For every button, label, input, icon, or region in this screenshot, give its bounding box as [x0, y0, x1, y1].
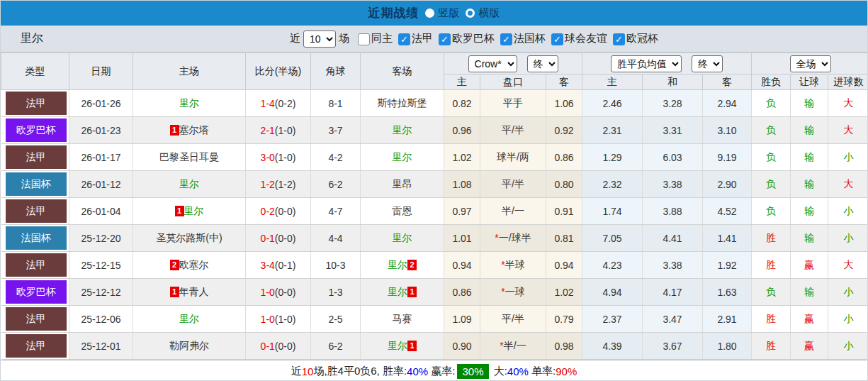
layout-radio-horizontal[interactable]: 横版	[466, 6, 500, 20]
odds-home-cell: 0.96	[444, 117, 480, 144]
competition-checkbox-label[interactable]: 欧罗巴杯	[452, 32, 495, 44]
odds-home-cell: 0.86	[444, 279, 480, 306]
avg-away-cell: 4.52	[703, 198, 752, 225]
odds-away-cell: 1.06	[546, 90, 582, 117]
handicap-result-cell: 输	[791, 144, 828, 171]
odds-away-cell: 0.98	[546, 333, 582, 360]
competition-type-badge: 法甲	[6, 307, 67, 331]
avg-away-cell: 1.80	[703, 333, 752, 360]
competition-checkbox-label[interactable]: 欧冠杯	[626, 32, 658, 44]
away-team-name: 里尔	[388, 286, 407, 297]
summary-segment: 单率:	[529, 365, 556, 378]
fulltime-score: 0-1	[261, 341, 275, 352]
winloss-result-cell: 负	[752, 144, 791, 171]
layout-radio-vertical[interactable]: 竖版	[425, 6, 460, 20]
corner-cell: 8-1	[311, 90, 361, 117]
card-count-badge: 1	[170, 287, 179, 297]
corner-cell: 4-2	[311, 144, 361, 171]
competition-type-badge: 法甲	[6, 145, 67, 169]
winloss-result-cell: 胜	[752, 333, 791, 360]
avg-draw-cell: 4.17	[643, 279, 703, 306]
match-row: 法甲25-12-152欧塞尔3-4(0-1)10-3里尔20.94*半球0.94…	[1, 252, 868, 279]
match-row: 欧罗巴杯25-12-121年青人1-0(0-0)1-3里尔10.86*一球1.0…	[1, 279, 868, 306]
team-name: 里尔	[21, 31, 43, 46]
checkbox-checked-icon[interactable]: ✓	[500, 33, 512, 45]
card-count-badge: 1	[175, 206, 184, 216]
odds-home-cell: 0.82	[444, 90, 480, 117]
handicap-star: *	[500, 340, 503, 351]
odds-home-cell: 0.97	[444, 198, 480, 225]
odds-period-select[interactable]: 终	[527, 55, 558, 72]
competition-type-badge: 法国杯	[6, 172, 67, 196]
avg-away-cell: 2.94	[703, 90, 752, 117]
competition-checkbox-label[interactable]: 法国杯	[514, 32, 546, 44]
odds-away-cell: 0.86	[546, 144, 582, 171]
table-header: 类型 日期 主场 比分(半场) 角球 客场 Crow* 终 胜平负均值 终	[1, 53, 868, 90]
avg-away-cell: 2.90	[703, 171, 752, 198]
away-team-name: 里尔	[393, 232, 412, 243]
competition-checkbox-label[interactable]: 同主	[371, 32, 393, 44]
radio-selected-icon[interactable]	[425, 9, 434, 18]
col-header-corner: 角球	[311, 53, 361, 90]
match-date-cell: 25-12-01	[69, 333, 133, 360]
card-count-badge: 1	[170, 125, 179, 136]
competition-type-cell: 欧罗巴杯	[1, 117, 69, 144]
radio-horizontal-label[interactable]: 横版	[479, 6, 500, 20]
col-header-handicap-result: 让球	[791, 74, 828, 90]
away-team-cell: 里昂	[361, 171, 444, 198]
avg-type-select[interactable]: 胜平负均值	[611, 55, 682, 72]
away-team-cell: 雷恩	[361, 198, 444, 225]
recent-results-panel: 近期战绩 竖版 横版 里尔 近 10 场 同主✓法甲✓欧罗巴杯✓法国杯✓球会友谊…	[0, 0, 868, 381]
results-table: 类型 日期 主场 比分(半场) 角球 客场 Crow* 终 胜平负均值 终	[1, 53, 868, 360]
halftime-score: (0-2)	[275, 98, 296, 109]
competition-type-cell: 法甲	[1, 144, 69, 171]
result-scope-select[interactable]: 全场	[790, 55, 831, 72]
summary-segment: 40%	[407, 365, 428, 377]
checkbox-checked-icon[interactable]: ✓	[398, 33, 410, 45]
competition-checkbox-list: 同主✓法甲✓欧罗巴杯✓法国杯✓球会友谊✓欧冠杯	[352, 32, 658, 45]
home-team-name: 勒阿弗尔	[169, 340, 209, 351]
overunder-result-cell: 小	[828, 306, 868, 333]
col-header-odds-home: 主	[444, 74, 480, 90]
score-cell: 3-0(1-0)	[246, 144, 311, 171]
recent-count-select[interactable]: 10	[303, 31, 336, 48]
handicap-cell: *半球	[480, 252, 546, 279]
col-header-home: 主场	[133, 53, 246, 90]
filter-controls: 近 10 场 同主✓法甲✓欧罗巴杯✓法国杯✓球会友谊✓欧冠杯	[290, 31, 658, 48]
match-date-cell: 25-12-15	[69, 252, 133, 279]
overunder-result-cell: 大	[828, 90, 868, 117]
radio-vertical-label[interactable]: 竖版	[439, 6, 460, 20]
avg-draw-cell: 3.38	[643, 252, 703, 279]
score-cell: 2-1(1-0)	[246, 117, 311, 144]
competition-checkbox-label[interactable]: 法甲	[412, 32, 433, 44]
checkbox-checked-icon[interactable]: ✓	[613, 33, 625, 45]
col-header-score: 比分(半场)	[246, 53, 311, 90]
home-team-cell: 2欧塞尔	[133, 252, 246, 279]
checkbox-checked-icon[interactable]: ✓	[439, 33, 451, 45]
handicap-cell: 平/半	[480, 171, 546, 198]
overunder-result-cell: 大	[828, 252, 868, 279]
competition-type-badge: 法甲	[6, 253, 67, 277]
odds-company-select[interactable]: Crow*	[468, 55, 517, 72]
match-date-cell: 26-01-26	[69, 90, 133, 117]
summary-segment: 90%	[556, 365, 577, 377]
avg-away-cell: 1.41	[703, 225, 752, 252]
competition-type-cell: 法甲	[1, 198, 69, 225]
winloss-result-cell: 负	[752, 279, 791, 306]
halftime-score: (0-0)	[275, 341, 296, 352]
away-team-name: 斯特拉斯堡	[378, 97, 427, 109]
home-team-cell: 1里尔	[133, 198, 246, 225]
radio-unselected-icon[interactable]	[466, 9, 475, 18]
competition-type-badge: 法甲	[6, 334, 67, 358]
odds-away-cell: 0.92	[546, 117, 582, 144]
checkbox-checked-icon[interactable]: ✓	[551, 33, 563, 45]
winloss-result-cell: 胜	[752, 225, 791, 252]
away-team-name: 里尔	[393, 151, 412, 162]
avg-period-select[interactable]: 终	[692, 55, 723, 72]
odds-away-cell: 0.94	[546, 252, 582, 279]
odds-home-cell: 1.08	[444, 171, 480, 198]
summary-segment: 30%	[457, 364, 488, 379]
overunder-result-cell: 小	[828, 144, 868, 171]
checkbox-unchecked-icon[interactable]	[358, 33, 370, 45]
competition-checkbox-label[interactable]: 球会友谊	[565, 32, 607, 44]
